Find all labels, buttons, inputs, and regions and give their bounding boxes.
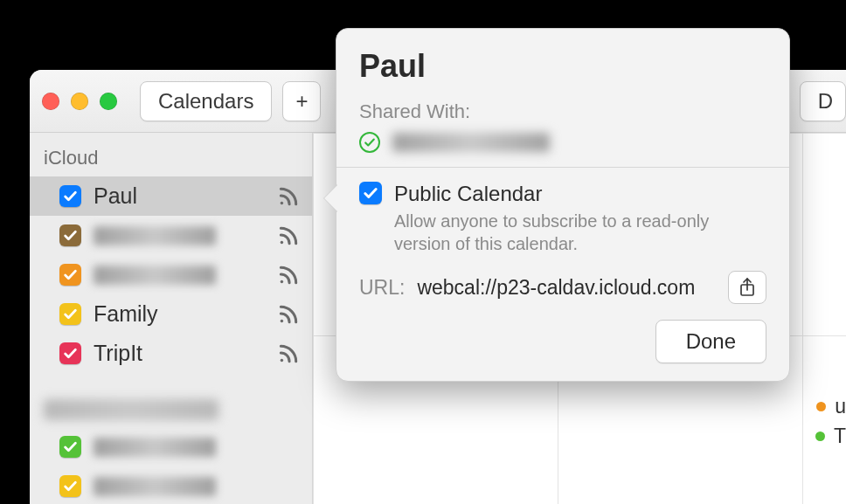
url-label: URL: (359, 276, 405, 300)
add-button[interactable]: + (282, 81, 321, 121)
shared-indicator-icon[interactable] (277, 342, 300, 365)
calendar-color-checkbox[interactable] (59, 224, 81, 246)
divider (336, 167, 789, 168)
calendar-name (94, 266, 216, 285)
event-item[interactable]: T (815, 425, 846, 448)
shared-indicator-icon[interactable] (277, 303, 300, 326)
share-popover: Paul Shared With: Public Calendar Allow … (336, 28, 790, 382)
svg-point-1 (281, 240, 283, 243)
calendar-color-checkbox[interactable] (59, 264, 81, 286)
minimize-window-button[interactable] (71, 93, 88, 110)
calendar-name: Family (94, 301, 158, 327)
shared-person-name-blurred (392, 133, 550, 152)
popover-title: Paul (359, 48, 766, 85)
sidebar-section-blurred (44, 399, 218, 420)
shared-with-label: Shared With: (359, 100, 766, 123)
calendar-name: TripIt (94, 341, 142, 366)
calendar-name: Paul (94, 183, 137, 209)
share-icon (739, 278, 756, 297)
sidebar-calendar-item[interactable]: Family (30, 294, 312, 334)
calendars-toggle-button[interactable]: Calendars (140, 81, 272, 121)
calendar-color-checkbox[interactable] (59, 303, 81, 325)
event-label: T (834, 425, 846, 448)
event-label: u (835, 395, 846, 418)
calendar-color-checkbox[interactable] (59, 185, 81, 207)
event-color-dot (815, 432, 825, 441)
public-calendar-description: Allow anyone to subscribe to a read-only… (394, 210, 766, 255)
svg-point-3 (281, 319, 283, 321)
window-controls (42, 93, 117, 110)
zoom-window-button[interactable] (100, 93, 117, 110)
calendar-name-blurred (94, 477, 216, 496)
shared-indicator-icon[interactable] (277, 264, 300, 287)
shared-indicator-icon[interactable] (277, 185, 300, 208)
calendar-name (94, 226, 216, 245)
sidebar-calendar-item[interactable] (30, 255, 312, 294)
calendar-list-sidebar: iCloud PaulFamilyTripIt (30, 133, 313, 504)
calendar-color-checkbox[interactable] (59, 475, 81, 497)
svg-point-0 (281, 201, 283, 204)
calendar-color-checkbox[interactable] (59, 342, 81, 364)
sidebar-calendar-item[interactable] (30, 427, 312, 466)
sidebar-section-icloud: iCloud (30, 142, 312, 176)
shared-person-row[interactable] (359, 132, 766, 153)
svg-point-4 (281, 358, 283, 361)
right-toolbar-button[interactable]: D (800, 81, 846, 121)
public-calendar-label: Public Calendar (394, 182, 766, 206)
sidebar-calendar-item[interactable] (30, 466, 312, 504)
sidebar-calendar-item[interactable]: Paul (30, 176, 312, 216)
shared-indicator-icon[interactable] (277, 224, 300, 247)
url-value[interactable]: webcal://p23-caldav.icloud.com (417, 276, 721, 300)
public-calendar-checkbox[interactable] (359, 182, 382, 204)
calendar-name-blurred (94, 438, 216, 457)
sidebar-calendar-item[interactable] (30, 216, 312, 255)
event-item[interactable]: u (816, 395, 846, 418)
close-window-button[interactable] (42, 93, 59, 110)
checkmark-circle-icon (359, 132, 380, 153)
event-color-dot (816, 402, 826, 411)
calendar-color-checkbox[interactable] (59, 436, 81, 458)
sidebar-calendar-item[interactable]: TripIt (30, 334, 312, 373)
done-button[interactable]: Done (655, 320, 766, 363)
svg-point-2 (281, 280, 283, 282)
share-url-button[interactable] (728, 271, 766, 304)
